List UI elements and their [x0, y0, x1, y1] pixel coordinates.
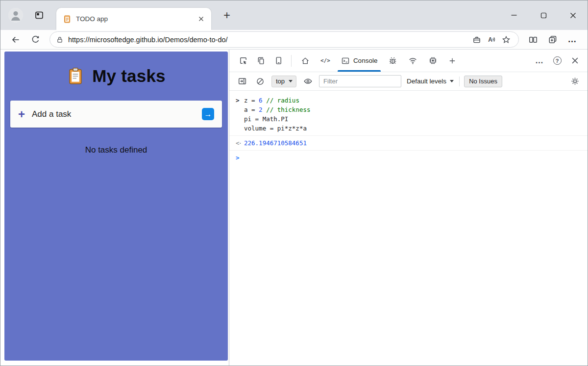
titlebar: TODO app +	[0, 0, 588, 30]
browser-settings-menu-icon[interactable]: …	[564, 32, 581, 48]
window-minimize-button[interactable]	[499, 0, 529, 30]
back-arrow-icon	[11, 35, 21, 45]
tab-actions-icon[interactable]	[31, 7, 48, 24]
issues-button[interactable]: No Issues	[464, 76, 502, 87]
devtools-panel: </> Console	[229, 50, 588, 366]
console-result: <· 226.1946710584651	[229, 136, 588, 151]
console-result-value: 226.1946710584651	[244, 138, 307, 148]
console-code-line: volume = pi*z*z*a	[244, 124, 310, 133]
console-filter-input[interactable]	[319, 75, 401, 87]
console-code-line: a = 2 // thickness	[244, 105, 310, 114]
console-log[interactable]: > z = 6 // radiusa = 2 // thicknesspi = …	[229, 91, 588, 366]
chevron-down-icon	[289, 80, 293, 82]
tab-elements[interactable]: </>	[315, 50, 336, 72]
todo-app-card: My tasks + Add a task → No tasks defined	[4, 52, 228, 361]
device-emulation-icon[interactable]	[252, 52, 270, 69]
window-close-button[interactable]	[558, 0, 588, 30]
wifi-icon	[408, 56, 417, 65]
clear-console-icon[interactable]	[253, 75, 267, 88]
more-dots-icon: …	[568, 34, 577, 45]
console-code-line: pi = Math.PI	[244, 114, 310, 124]
back-button[interactable]	[7, 32, 24, 48]
separator	[459, 77, 460, 86]
add-task-input[interactable]: + Add a task →	[10, 101, 222, 128]
tab-welcome[interactable]	[295, 50, 315, 72]
console-command-lines: z = 6 // radiusa = 2 // thicknesspi = Ma…	[244, 96, 310, 133]
plus-icon: +	[18, 108, 25, 120]
window-maximize-button[interactable]	[529, 0, 558, 30]
person-icon	[8, 8, 23, 23]
url-text[interactable]: https://microsoftedge.github.io/Demos/de…	[68, 36, 469, 44]
console-prompt[interactable]: >	[229, 151, 588, 165]
arrow-right-icon: →	[204, 110, 212, 119]
add-task-submit-button[interactable]: →	[202, 108, 214, 120]
code-icon: </>	[320, 57, 330, 64]
prompt-chevron-icon: >	[236, 153, 244, 162]
separator	[291, 55, 292, 67]
address-bar[interactable]: https://microsoftedge.github.io/Demos/de…	[49, 31, 519, 48]
add-task-label: Add a task	[32, 109, 71, 119]
devtools-help-button[interactable]: ?	[548, 52, 566, 69]
svg-text:A: A	[488, 36, 492, 43]
collections-icon[interactable]	[544, 32, 561, 48]
browser-window: TODO app +	[0, 0, 588, 366]
inspect-element-icon[interactable]	[234, 52, 252, 69]
console-code-line: z = 6 // radius	[244, 96, 310, 105]
todo-app-page: My tasks + Add a task → No tasks defined	[0, 50, 229, 366]
tab-console[interactable]: Console	[336, 50, 383, 72]
console-tab-label: Console	[353, 57, 378, 64]
chevron-down-icon	[450, 80, 454, 82]
close-icon	[570, 12, 576, 19]
help-icon: ?	[553, 56, 562, 65]
lock-icon[interactable]	[56, 36, 64, 44]
plus-icon: +	[223, 9, 230, 21]
empty-tasks-message: No tasks defined	[4, 145, 228, 155]
more-tabs-button[interactable]	[443, 50, 462, 72]
minimize-icon	[511, 12, 517, 19]
browser-tab[interactable]: TODO app	[56, 8, 211, 30]
javascript-context-selector[interactable]: top	[271, 76, 296, 87]
profile-avatar[interactable]	[8, 8, 23, 23]
bug-icon	[388, 56, 397, 65]
result-arrow-icon: <·	[236, 138, 244, 148]
page-title: My tasks	[92, 66, 165, 86]
briefcase-icon[interactable]	[469, 33, 484, 47]
clipboard-icon	[67, 67, 84, 85]
terminal-icon	[341, 56, 350, 65]
tab-favicon	[63, 15, 71, 23]
devtools-close-button[interactable]	[566, 52, 584, 69]
devtools-tabsbar-right: … ?	[531, 50, 584, 72]
maximize-icon	[540, 12, 547, 19]
new-tab-button[interactable]: +	[219, 7, 235, 23]
live-expression-eye-icon[interactable]	[301, 75, 315, 88]
console-command: > z = 6 // radiusa = 2 // thicknesspi = …	[229, 93, 588, 136]
input-chevron-icon: >	[236, 96, 244, 105]
log-levels-dropdown[interactable]: Default levels	[406, 78, 455, 85]
more-dots-icon: …	[535, 56, 544, 66]
console-settings-gear-icon[interactable]	[568, 75, 582, 88]
navigation-bar: https://microsoftedge.github.io/Demos/de…	[0, 30, 588, 50]
devtools-tabs-bar: </> Console	[229, 50, 588, 72]
tab-performance[interactable]	[423, 50, 443, 72]
close-icon	[571, 57, 579, 64]
tab-close-icon[interactable]	[196, 14, 206, 25]
dock-panel-icon[interactable]	[270, 52, 287, 69]
favorites-star-icon[interactable]	[499, 33, 514, 47]
context-label: top	[276, 78, 285, 85]
content-area: My tasks + Add a task → No tasks defined	[0, 50, 588, 366]
devtools-more-menu-icon[interactable]: …	[531, 52, 548, 69]
refresh-icon	[31, 35, 40, 44]
cpu-icon	[428, 56, 438, 65]
split-screen-icon[interactable]	[525, 32, 541, 48]
console-toolbar: top Default levels No Issues	[229, 72, 588, 91]
read-aloud-icon[interactable]: A	[484, 33, 499, 47]
home-icon	[301, 56, 310, 65]
tab-title: TODO app	[76, 15, 196, 23]
tab-network[interactable]	[403, 50, 423, 72]
app-header: My tasks	[4, 52, 228, 86]
tab-debugger[interactable]	[383, 50, 403, 72]
console-sidebar-icon[interactable]	[235, 75, 249, 88]
levels-label: Default levels	[407, 78, 446, 85]
refresh-button[interactable]	[27, 32, 44, 48]
plus-icon	[448, 57, 456, 65]
